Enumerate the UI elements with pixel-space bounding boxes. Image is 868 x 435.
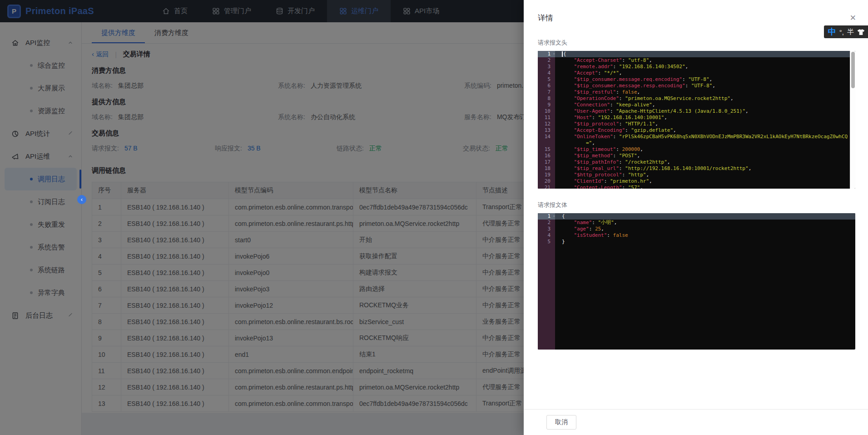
app-screenshot: P Primeton iPaaS 首页管理门户开发门户运维门户API市场 API… — [0, 0, 868, 435]
code-line: 3 "remote.addr": "192.168.16.140:34502", — [538, 64, 855, 70]
line-number: 10 — [538, 108, 555, 115]
token: "OperationCode" — [574, 95, 619, 101]
token: "Accept" — [574, 70, 598, 76]
token: "$tip_real_url" — [574, 165, 619, 171]
request-header-editor[interactable]: 1▾{2 "Accept-Charset": "utf-8",3 "remote… — [538, 51, 855, 189]
code-text: "$tip_consumer.message.req.encoding": "U… — [555, 76, 855, 83]
code-text: "age": 25, — [555, 226, 855, 232]
token: : — [589, 226, 595, 232]
code-text: "ClientId": "primeton.hr", — [555, 178, 855, 185]
token: "$tip_pathInfo" — [574, 159, 619, 165]
line-number: 19 — [538, 172, 555, 178]
cancel-button[interactable]: 取消 — [546, 415, 576, 430]
token: , — [649, 57, 652, 63]
line-number: 4 — [538, 232, 555, 239]
code-text: "Connection": "keep-alive", — [555, 102, 855, 108]
request-body-editor[interactable]: 1▾{2 "name": "小明",3 "age": 25,4 "isStude… — [538, 213, 855, 350]
line-number: 15 — [538, 146, 555, 153]
token: "age" — [574, 226, 589, 232]
code-text: "$tip_pathInfo": "/rocket2http", — [555, 159, 855, 165]
token: , — [652, 102, 655, 108]
request-header-label: 请求报文头 — [538, 39, 868, 47]
line-number: 3 — [538, 226, 555, 232]
request-body-label: 请求报文体 — [538, 201, 868, 209]
sidebar-collapse-button[interactable] — [77, 195, 86, 204]
code-text: "OperationCode": "primeton.oa.MQService.… — [555, 95, 855, 102]
token: "Connection" — [574, 102, 610, 108]
token: "remote.addr" — [574, 64, 613, 70]
ime-toolbar[interactable]: 中 °, 半 — [824, 25, 868, 38]
editor-scrollbar[interactable] — [850, 51, 855, 189]
line-number — [538, 140, 555, 146]
token: "http://192.168.16.140:10001/rocket2http… — [625, 165, 749, 171]
code-line: 11 "Host": "192.168.16.140:10001", — [538, 115, 855, 121]
fold-caret-icon[interactable]: ▾ — [553, 213, 555, 220]
token: 200000 — [622, 146, 640, 152]
code-text: "$tip_restful": false, — [555, 89, 855, 95]
token: "Accept-Encoding" — [574, 127, 625, 133]
token — [562, 83, 574, 89]
token: "$http_protocol" — [574, 172, 622, 178]
token: "UTF-8" — [688, 76, 709, 82]
token: , — [649, 178, 652, 184]
token: } — [562, 239, 565, 245]
token: : — [610, 102, 616, 108]
ime-skin-icon[interactable] — [857, 29, 865, 35]
token: , — [745, 108, 749, 114]
token: : — [592, 115, 598, 120]
token — [562, 140, 586, 146]
token: : — [604, 178, 610, 184]
token — [562, 70, 574, 76]
scrollbar-thumb[interactable] — [851, 52, 855, 88]
token: : — [607, 232, 613, 238]
fold-caret-icon[interactable]: ▾ — [553, 51, 555, 57]
token: , — [685, 64, 689, 70]
token: "$tip_protocol" — [574, 121, 619, 127]
token: false — [622, 89, 637, 95]
token: , — [637, 153, 640, 159]
code-line: 17 "$tip_pathInfo": "/rocket2http", — [538, 159, 855, 165]
token: : — [619, 159, 625, 165]
token — [562, 226, 574, 232]
token: : — [622, 172, 628, 178]
code-text: { — [555, 213, 855, 220]
code-line: =", — [538, 140, 855, 146]
token: : — [610, 108, 616, 114]
drawer-header: 详情 — [524, 0, 868, 23]
ime-language-icon[interactable]: 中 — [828, 26, 836, 37]
token: , — [673, 127, 676, 133]
token: "Content-Length" — [574, 185, 622, 189]
code-line: 12 "$tip_protocol": "HTTP/1.1", — [538, 121, 855, 127]
token — [562, 146, 574, 152]
token: false — [613, 232, 628, 238]
code-line: 5 "$tip_consumer.message.req.encoding": … — [538, 76, 855, 83]
ime-halfwidth-toggle[interactable]: 半 — [847, 28, 854, 36]
code-line: 9 "Connection": "keep-alive", — [538, 102, 855, 108]
code-text: "Accept": "*/*", — [555, 70, 855, 76]
token: , — [730, 95, 734, 101]
code-text: "Host": "192.168.16.140:10001", — [555, 115, 855, 121]
drawer-title: 详情 — [538, 13, 553, 23]
token: , — [619, 70, 622, 76]
token — [562, 76, 574, 82]
code-line: 16 "$tip_method": "POST", — [538, 153, 855, 159]
ime-punctuation-toggle[interactable]: °, — [839, 28, 844, 36]
token: , — [655, 121, 658, 127]
token: , — [749, 165, 752, 171]
code-line: 15 "$tip_timeout": 200000, — [538, 146, 855, 153]
token: , — [712, 83, 715, 89]
code-line: 14 "OnlineToken": "rPlSk46zpCBaH5vPK68hq… — [538, 134, 855, 140]
code-line: 7 "$tip_restful": false, — [538, 89, 855, 95]
line-number: 4 — [538, 70, 555, 76]
token: , — [637, 89, 640, 95]
code-text: "$http_protocol": "http", — [555, 172, 855, 178]
code-text: "name": "小明", — [555, 220, 855, 226]
token: "HTTP/1.1" — [625, 121, 655, 127]
close-icon[interactable] — [850, 13, 856, 23]
line-number: 14 — [538, 134, 555, 140]
line-number: 20 — [538, 178, 555, 185]
token: , — [601, 226, 604, 232]
code-text: "$tip_consumer.message.resp.encoding": "… — [555, 83, 855, 89]
token: "$tip_restful" — [574, 89, 616, 95]
code-line: 13 "Accept-Encoding": "gzip,deflate", — [538, 127, 855, 134]
